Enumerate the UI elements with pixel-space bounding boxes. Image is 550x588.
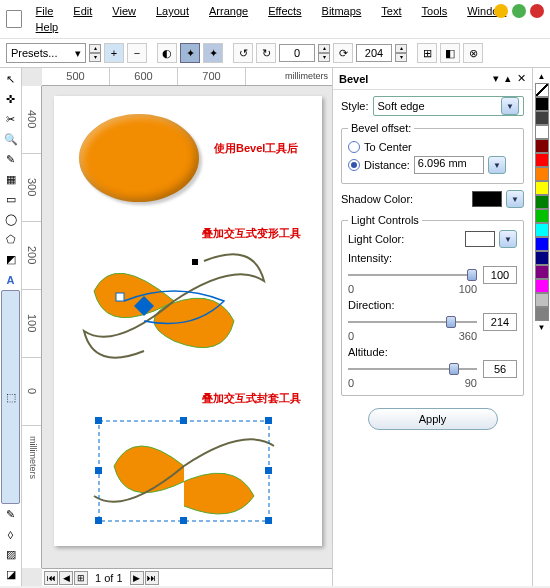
outline-tool-icon[interactable]: ◊ [1,525,20,544]
svg-rect-8 [95,517,102,524]
distort-icon[interactable]: ◐ [157,43,177,63]
altitude-slider[interactable]: 56 [348,360,517,378]
zipper-icon[interactable]: ✦ [203,43,223,63]
menu-text[interactable]: Text [371,3,411,19]
color-swatch[interactable] [535,251,549,265]
ellipse-tool-icon[interactable]: ◯ [1,210,20,229]
property-bar: Presets...▾ ▴▾ + − ◐ ✦ ✦ ↺ ↻ 0 ▴▾ ⟳ 204 … [0,38,550,68]
color-swatch[interactable] [535,237,549,251]
convert-icon[interactable]: ◧ [440,43,460,63]
distance-input[interactable]: 6.096 mm [414,156,484,174]
maximize-icon[interactable] [512,4,526,18]
pick-tool-icon[interactable]: ↖ [1,70,20,89]
color-swatch[interactable] [535,265,549,279]
first-page-button[interactable]: ⏮ [44,571,58,585]
shape-tool-icon[interactable]: ✜ [1,90,20,109]
copies-input[interactable]: 204 [356,44,392,62]
polygon-tool-icon[interactable]: ⬠ [1,230,20,249]
direction-slider[interactable]: 214 [348,313,517,331]
to-center-radio[interactable]: To Center [348,141,517,153]
color-swatch[interactable] [535,125,549,139]
docker-collapse-icon[interactable]: ▴ [505,72,511,85]
palette-scroll-up-icon[interactable]: ▲ [538,72,546,81]
last-page-button[interactable]: ⏭ [145,571,159,585]
close-icon[interactable] [530,4,544,18]
docker-close-icon[interactable]: ✕ [517,72,526,85]
shadow-color-label: Shadow Color: [341,193,468,205]
minimize-icon[interactable] [494,4,508,18]
freehand-tool-icon[interactable]: ✎ [1,150,20,169]
color-swatch[interactable] [535,139,549,153]
menu-layout[interactable]: Layout [146,3,199,19]
envelope-swirl [84,396,284,536]
color-swatch[interactable] [535,97,549,111]
color-swatch[interactable] [535,223,549,237]
svg-rect-2 [192,259,198,265]
menu-view[interactable]: View [102,3,146,19]
rotation-input[interactable]: 0 [279,44,315,62]
text-tool-icon[interactable]: A [1,270,20,289]
canvas[interactable]: 500 600 700 millimeters 400 300 200 100 … [22,68,332,586]
color-swatch[interactable] [535,195,549,209]
intensity-slider[interactable]: 100 [348,266,517,284]
color-swatch[interactable] [535,167,549,181]
crop-tool-icon[interactable]: ✂ [1,110,20,129]
distortion-swirl [74,231,274,371]
color-swatch[interactable] [535,181,549,195]
annotation-2: 叠加交互式变形工具 [202,226,301,241]
ruler-horizontal: 500 600 700 millimeters [42,68,332,86]
menu-arrange[interactable]: Arrange [199,3,258,19]
docker-menu-icon[interactable]: ▾ [493,72,499,85]
interactive-fill-icon[interactable]: ◪ [1,565,20,584]
page-label: 1 of 1 [89,572,129,584]
interactive-tool-icon[interactable]: ⬚ [1,290,20,504]
annotation-3: 叠加交互式封套工具 [202,391,301,406]
menu-help[interactable]: Help [26,19,69,35]
offset-group: Bevel offset: To Center Distance: 6.096 … [341,122,524,184]
smart-fill-icon[interactable]: ▦ [1,170,20,189]
basic-shapes-icon[interactable]: ◩ [1,250,20,269]
rotate-cw-icon[interactable]: ↻ [256,43,276,63]
svg-rect-5 [265,417,272,424]
center-icon[interactable]: ⊞ [417,43,437,63]
prev-page-button[interactable]: ◀ [59,571,73,585]
toolbox: ↖ ✜ ✂ 🔍 ✎ ▦ ▭ ◯ ⬠ ◩ A ⬚ ✎ ◊ ▨ ◪ [0,68,22,586]
color-swatch[interactable] [535,293,549,307]
distance-radio[interactable]: Distance: 6.096 mm ▼ [348,156,517,174]
rotate-ccw-icon[interactable]: ↺ [233,43,253,63]
add-page-button[interactable]: ⊞ [74,571,88,585]
no-fill-swatch[interactable] [535,83,549,97]
add-preset-button[interactable]: + [104,43,124,63]
color-swatch[interactable] [535,279,549,293]
palette-scroll-down-icon[interactable]: ▼ [538,323,546,332]
svg-rect-10 [265,517,272,524]
zoom-tool-icon[interactable]: 🔍 [1,130,20,149]
menu-edit[interactable]: Edit [63,3,102,19]
style-dropdown[interactable]: Soft edge▼ [373,96,524,116]
color-swatch[interactable] [535,307,549,321]
next-page-button[interactable]: ▶ [130,571,144,585]
fill-tool-icon[interactable]: ▨ [1,545,20,564]
menu-tools[interactable]: Tools [412,3,458,19]
color-palette: ▲ ▼ [532,68,550,586]
menu-effects[interactable]: Effects [258,3,311,19]
color-swatch[interactable] [535,153,549,167]
presets-dropdown[interactable]: Presets...▾ [6,43,86,63]
svg-rect-0 [116,293,124,301]
apply-button[interactable]: Apply [368,408,498,430]
twister-icon[interactable]: ✦ [180,43,200,63]
copies-icon[interactable]: ⟳ [333,43,353,63]
color-swatch[interactable] [535,209,549,223]
eyedropper-icon[interactable]: ✎ [1,505,20,524]
svg-rect-9 [180,517,187,524]
remove-preset-button[interactable]: − [127,43,147,63]
rectangle-tool-icon[interactable]: ▭ [1,190,20,209]
new-doc-icon[interactable] [6,10,22,28]
menu-bar: File Edit View Layout Arrange Effects Bi… [0,0,550,38]
shadow-color-swatch[interactable] [472,191,502,207]
light-color-swatch[interactable] [465,231,495,247]
color-swatch[interactable] [535,111,549,125]
clear-icon[interactable]: ⊗ [463,43,483,63]
menu-bitmaps[interactable]: Bitmaps [312,3,372,19]
menu-file[interactable]: File [26,3,64,19]
